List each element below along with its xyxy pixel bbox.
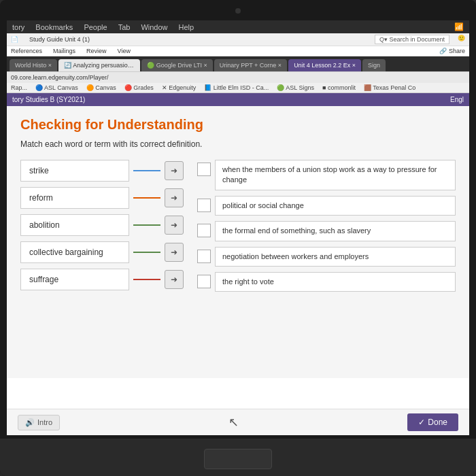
definition-row-5: the right to vote <box>197 272 456 292</box>
arrow-btn-reform[interactable]: ➜ <box>165 188 184 207</box>
arrow-btn-strike[interactable]: ➜ <box>165 161 184 180</box>
term-reform: reform <box>20 187 129 209</box>
checkbox-4[interactable] <box>197 250 211 263</box>
word-ribbon: References Mailings Review View 🔗 Share <box>7 46 469 56</box>
term-row-abolition: abolition ➜ <box>20 214 184 236</box>
definition-4: negotiation between workers and employer… <box>215 247 456 267</box>
bookmark-commonlit[interactable]: ■ commonlit <box>322 84 356 91</box>
taskbar: tory Bookmarks People Tab Window Help 📶 <box>7 20 469 33</box>
definition-3: the formal end of something, such as sla… <box>215 221 456 241</box>
smiley-icon: 🙂 <box>458 35 465 44</box>
tab-analyzing[interactable]: 🔄 Analyzing persuasion × <box>58 59 140 71</box>
tab-world-histo[interactable]: World Histo × <box>10 59 57 71</box>
intro-button[interactable]: 🔊 Intro <box>18 415 60 430</box>
world-histo-label: World Histo × <box>15 62 52 69</box>
connector-abolition <box>133 224 160 226</box>
connector-collective-bargaining <box>133 252 160 253</box>
term-collective-bargaining: collective bargaining <box>20 241 129 263</box>
bookmark-grades[interactable]: 🔴 Grades <box>124 84 154 91</box>
address-text: 09.core.learn.edgenuity.com/Player/ <box>11 74 108 81</box>
page-title: Checking for Understanding <box>20 117 456 133</box>
review-menu[interactable]: Review <box>86 48 107 54</box>
word-toolbar: 📄 Study Guide Unit 4 (1) Q▾ Search in Do… <box>7 33 469 46</box>
speaker-icon: 🔊 <box>25 418 35 427</box>
done-label: Done <box>428 418 447 427</box>
checkbox-3[interactable] <box>197 224 211 237</box>
wifi-icon: 📶 <box>454 22 464 31</box>
bookmark-little-elm[interactable]: 📘 Little Elm ISD - Ca... <box>204 84 269 91</box>
analyzing-label: Analyzing persuasion × <box>73 62 136 69</box>
camera-dot <box>235 8 241 14</box>
view-menu[interactable]: View <box>118 48 131 54</box>
bookmark-rap[interactable]: Rap... <box>11 84 27 91</box>
checkbox-5[interactable] <box>197 275 211 288</box>
tab-unit4[interactable]: Unit 4 Lesson 2.2 Ex × <box>288 59 361 71</box>
trackpad[interactable] <box>204 449 272 469</box>
bottom-bar: 🔊 Intro ↖ ✓ Done <box>7 409 469 435</box>
tab-bar: World Histo × 🔄 Analyzing persuasion × 🟢… <box>7 56 469 71</box>
taskbar-item-tab[interactable]: Tab <box>118 23 131 31</box>
tab-urinary[interactable]: Urinary PPT + Corne × <box>214 59 287 71</box>
instruction-text: Match each word or term with its correct… <box>20 139 456 149</box>
unit4-label: Unit 4 Lesson 2.2 Ex × <box>294 62 356 69</box>
definition-row-4: negotiation between workers and employer… <box>197 247 456 267</box>
doc-title: Study Guide Unit 4 (1) <box>29 36 90 43</box>
bookmark-texas-penal[interactable]: 🟫 Texas Penal Co <box>364 84 415 91</box>
taskbar-item-window[interactable]: Window <box>141 23 167 31</box>
checkbox-2[interactable] <box>197 199 211 212</box>
definition-row-2: political or social change <box>197 196 456 216</box>
terms-column: strike ➜ reform ➜ abolition ➜ <box>20 160 184 290</box>
checkbox-1[interactable] <box>197 163 211 176</box>
intro-label: Intro <box>37 418 52 426</box>
lang-label: Engl <box>450 96 464 103</box>
arrow-btn-collective-bargaining[interactable]: ➜ <box>165 243 184 262</box>
definition-row-3: the formal end of something, such as sla… <box>197 221 456 241</box>
connector-strike <box>133 170 160 171</box>
doc-icon: 📄 <box>11 36 18 43</box>
term-strike: strike <box>20 160 129 182</box>
app-header: tory Studies B (SY2021) Engl <box>7 93 469 106</box>
mailings-menu[interactable]: Mailings <box>53 48 75 54</box>
done-button[interactable]: ✓ Done <box>407 413 458 431</box>
google-label: Google Drive LTI × <box>156 62 207 69</box>
term-row-suffrage: suffrage ➜ <box>20 269 184 290</box>
connector-reform <box>133 197 160 199</box>
bookmark-edgenuity[interactable]: ✕ Edgenuity <box>162 84 197 91</box>
definition-5: the right to vote <box>215 272 456 292</box>
cursor-position: ↖ <box>228 415 239 430</box>
urinary-label: Urinary PPT + Corne × <box>220 62 282 69</box>
references-menu[interactable]: References <box>11 48 42 54</box>
connector-suffrage <box>133 279 160 280</box>
arrow-btn-abolition[interactable]: ➜ <box>165 216 184 235</box>
definitions-column: when the members of a union stop work as… <box>197 160 456 292</box>
screen: tory Bookmarks People Tab Window Help 📶 … <box>7 20 469 435</box>
taskbar-item-help[interactable]: Help <box>179 23 194 31</box>
taskbar-item-people[interactable]: People <box>84 23 107 31</box>
laptop-bezel: tory Bookmarks People Tab Window Help 📶 … <box>0 0 476 476</box>
laptop-bottom <box>0 439 476 476</box>
term-suffrage: suffrage <box>20 269 129 290</box>
address-bar[interactable]: 09.core.learn.edgenuity.com/Player/ <box>7 71 469 83</box>
sign-label: Sign <box>368 62 380 69</box>
term-row-strike: strike ➜ <box>20 160 184 182</box>
taskbar-item-tory: tory <box>12 23 24 31</box>
checkmark-icon: ✓ <box>418 418 425 427</box>
arrow-btn-suffrage[interactable]: ➜ <box>165 270 184 289</box>
search-doc-input[interactable]: Q▾ Search in Document <box>375 35 449 44</box>
term-row-collective-bargaining: collective bargaining ➜ <box>20 241 184 263</box>
share-button[interactable]: 🔗 Share <box>439 48 465 54</box>
course-name: tory Studies B (SY2021) <box>12 96 85 103</box>
definition-1: when the members of a union stop work as… <box>215 160 456 190</box>
bookmarks-bar: Rap... 🔵 ASL Canvas 🟠 Canvas 🔴 Grades ✕ … <box>7 83 469 93</box>
tab-google-drive[interactable]: 🟢 Google Drive LTI × <box>141 59 213 71</box>
tab-sign[interactable]: Sign <box>362 59 386 71</box>
analyzing-icon: 🔄 <box>64 62 71 69</box>
taskbar-item-bookmarks[interactable]: Bookmarks <box>35 23 73 31</box>
bookmark-canvas[interactable]: 🟠 Canvas <box>86 84 116 91</box>
google-icon: 🟢 <box>147 62 154 69</box>
term-row-reform: reform ➜ <box>20 187 184 209</box>
term-abolition: abolition <box>20 214 129 236</box>
matching-exercise: strike ➜ reform ➜ abolition ➜ <box>20 160 456 292</box>
bookmark-asl-signs[interactable]: 🟢 ASL Signs <box>277 84 314 91</box>
bookmark-asl-canvas[interactable]: 🔵 ASL Canvas <box>35 84 78 91</box>
